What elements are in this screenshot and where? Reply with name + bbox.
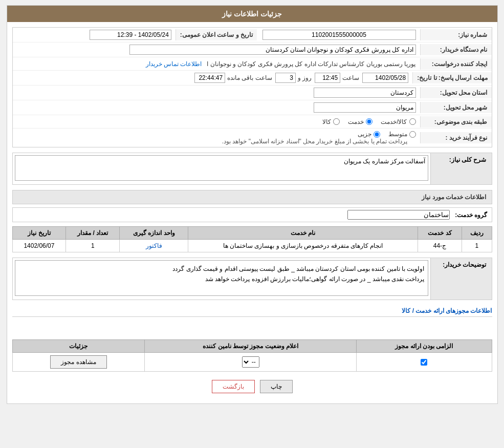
cell-quantity: 1 — [66, 240, 120, 252]
license-row: -- مشاهده مجوز — [12, 353, 492, 372]
service-group-row: گروه خدمت: — [12, 207, 492, 222]
label-days: روز و — [298, 74, 312, 81]
label-deadline: مهلت ارسال پاسخ: تا تاریخ: — [412, 72, 491, 83]
cell-service-name: انجام کارهای متفرقه درخصوص بازسازی و بهس… — [188, 240, 418, 252]
label-time: ساعت — [342, 74, 359, 81]
page-wrapper: جزئیات اطلاعات نیاز شماره نیاز: تاریخ و … — [7, 5, 498, 404]
back-button[interactable]: بازگشت — [212, 380, 255, 393]
label-notes: توضیحات خریدار: — [430, 258, 492, 300]
input-deadline-days[interactable] — [275, 73, 296, 83]
input-service-group[interactable] — [347, 210, 450, 220]
description-section: شرح کلی نیاز: آسفالت مرکز شماره یک مریوا… — [12, 153, 492, 185]
radio-item-goods-service: کالا/خدمت — [381, 118, 415, 125]
value-creator: پوریا رستمی بوریان کارشناس تدارکات اداره… — [13, 58, 420, 70]
th-license-details: جزئیات — [12, 340, 145, 353]
label-creator: ایجاد کننده درخواست: — [420, 58, 492, 70]
buttons-row: چاپ بازگشت — [12, 380, 492, 393]
label-minor: جزیی — [358, 131, 371, 138]
label-remaining: ساعت باقی مانده — [227, 74, 272, 81]
label-goods-service: کالا/خدمت — [381, 118, 407, 125]
label-goods: کالا — [322, 118, 331, 125]
label-service-group: گروه خدمت: — [455, 211, 487, 219]
radio-medium[interactable] — [409, 131, 416, 138]
radio-goods[interactable] — [333, 118, 340, 125]
label-buyer: نام دستگاه خریدار: — [420, 44, 492, 55]
row-buyer: نام دستگاه خریدار: — [13, 42, 492, 57]
row-creator: ایجاد کننده درخواست: پوریا رستمی بوریان … — [13, 57, 492, 71]
radio-item-medium: متوسط — [388, 131, 416, 138]
cell-license-status: -- — [145, 353, 357, 372]
license-spacer — [12, 319, 492, 334]
creator-text: پوریا رستمی بوریان کارشناس تدارکات اداره… — [207, 60, 415, 68]
page-title: جزئیات اطلاعات نیاز — [222, 10, 282, 18]
print-button[interactable]: چاپ — [260, 380, 293, 393]
value-description: آسفالت مرکز شماره یک مریوان — [13, 153, 430, 184]
radio-goods-service[interactable] — [409, 118, 416, 125]
input-announce[interactable] — [90, 30, 171, 40]
value-notes: اولویت با تامین کننده بومی استان کردستان… — [13, 258, 430, 300]
th-unit: واحد اندازه گیری — [120, 227, 188, 240]
radio-service[interactable] — [366, 118, 372, 125]
input-deadline-time[interactable] — [315, 73, 340, 83]
content-area: شماره نیاز: تاریخ و ساعت اعلان عمومی: نا… — [7, 22, 497, 403]
label-city: شهر محل تحویل: — [420, 102, 492, 113]
radio-item-goods: کالا — [322, 118, 340, 125]
select-license-status[interactable]: -- — [242, 356, 259, 368]
services-section-title: اطلاعات خدمات مورد نیاز — [12, 190, 492, 204]
page-header: جزئیات اطلاعات نیاز — [7, 6, 497, 22]
input-province[interactable] — [314, 88, 416, 98]
row-deadline: مهلت ارسال پاسخ: تا تاریخ: ساعت روز و — [13, 71, 492, 86]
th-service-name: نام خدمت — [188, 227, 418, 240]
value-buyer — [13, 42, 420, 57]
service-table: ردیف کد خدمت نام خدمت واحد اندازه گیری ت… — [12, 226, 492, 252]
value-deadline: ساعت روز و ساعت باقی مانده — [13, 71, 413, 85]
value-need-number — [257, 28, 420, 42]
input-notes[interactable]: اولویت با تامین کننده بومی استان کردستان… — [15, 260, 428, 296]
label-purchase-type: نوع فرآیند خرید : — [420, 132, 492, 143]
table-row: 1 ج-44 انجام کارهای متفرقه درخصوص بازساز… — [12, 240, 492, 252]
label-province: استان محل تحویل: — [420, 87, 492, 98]
label-need-number: شماره نیاز: — [420, 29, 492, 40]
notes-section: توضیحات خریدار: اولویت با تامین کننده بو… — [12, 258, 492, 300]
purchase-note: پرداخت تمام یا بخشی از مبلغ خریدار محل "… — [222, 138, 408, 145]
input-buyer[interactable] — [129, 45, 416, 55]
th-row-num: ردیف — [462, 227, 492, 240]
input-remaining-time[interactable] — [194, 73, 225, 83]
cell-service-code: ج-44 — [418, 240, 462, 252]
input-city[interactable] — [314, 102, 416, 113]
row-purchase-type: نوع فرآیند خرید : متوسط جزیی پرداخت تمام… — [13, 129, 492, 147]
value-province — [13, 86, 420, 100]
th-quantity: تعداد / مقدار — [66, 227, 120, 240]
label-medium: متوسط — [388, 131, 407, 138]
label-category: طبقه بندی موضوعی: — [420, 116, 492, 127]
label-announce: تاریخ و ساعت اعلان عمومی: — [176, 29, 257, 40]
license-section-title: اطلاعات مجوزهای ارائه خدمت / کالا — [12, 305, 492, 317]
row-province: استان محل تحویل: — [13, 86, 492, 100]
main-info-section: شماره نیاز: تاریخ و ساعت اعلان عمومی: نا… — [12, 27, 492, 147]
cell-license-required — [357, 353, 492, 372]
cell-unit: فاکتور — [120, 240, 188, 252]
cell-row-num: 1 — [462, 240, 492, 252]
row-need-number: شماره نیاز: تاریخ و ساعت اعلان عمومی: — [13, 28, 492, 42]
value-purchase-type: متوسط جزیی پرداخت تمام یا بخشی از مبلغ خ… — [13, 129, 420, 147]
view-license-button[interactable]: مشاهده مجوز — [50, 355, 106, 369]
row-city: شهر محل تحویل: — [13, 100, 492, 115]
th-date: تاریخ نیاز — [12, 227, 66, 240]
checkbox-license-required[interactable] — [421, 359, 427, 366]
input-need-number[interactable] — [262, 30, 416, 40]
label-description: شرح کلی نیاز: — [430, 153, 492, 184]
input-description[interactable]: آسفالت مرکز شماره یک مریوان — [15, 155, 428, 181]
cell-date: 1402/06/07 — [12, 240, 66, 252]
creator-contact-link[interactable]: اطلاعات تماس خریدار — [146, 60, 202, 68]
input-deadline-date[interactable] — [362, 73, 408, 83]
radio-minor[interactable] — [374, 131, 380, 138]
value-announce — [13, 28, 176, 42]
label-service: خدمت — [348, 118, 364, 125]
value-category: کالا/خدمت خدمت کالا — [13, 116, 420, 127]
license-table: الزامی بودن ارائه مجوز اعلام وضعیت مجوز … — [12, 339, 492, 372]
th-license-required: الزامی بودن ارائه مجوز — [357, 340, 492, 353]
cell-license-details: مشاهده مجوز — [12, 353, 145, 372]
th-service-code: کد خدمت — [418, 227, 462, 240]
radio-item-service: خدمت — [348, 118, 372, 125]
value-city — [13, 100, 420, 115]
